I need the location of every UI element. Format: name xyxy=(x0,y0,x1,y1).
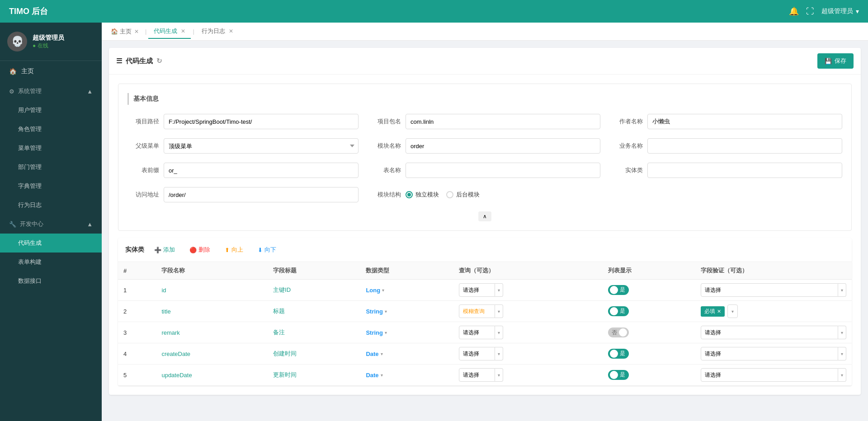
query-select-input-1[interactable]: 请选择 xyxy=(459,283,495,297)
sidebar-status: 在线 xyxy=(33,42,64,50)
type-dropdown-icon-2[interactable]: ▾ xyxy=(385,309,387,314)
tab-activity-log[interactable]: 行为日志 ✕ xyxy=(196,24,239,39)
section-basic-title: 基本信息 xyxy=(127,93,842,105)
save-button[interactable]: 💾 保存 xyxy=(817,53,854,69)
query-arrow-4[interactable]: ▾ xyxy=(495,347,503,360)
card-header: ☰ 代码生成 ↻ 💾 保存 xyxy=(109,48,861,75)
move-down-button[interactable]: ⬇ 向下 xyxy=(253,243,281,256)
sidebar-item-user-mgmt[interactable]: 用户管理 xyxy=(0,101,102,120)
menu-icon: ☰ xyxy=(116,57,122,65)
toggle-circle-5 xyxy=(610,371,618,379)
col-field-label: 字段标题 xyxy=(268,262,360,280)
sidebar-item-activity-log[interactable]: 行为日志 xyxy=(0,196,102,215)
validation-arrow-1[interactable]: ▾ xyxy=(838,283,846,297)
col-query: 查询（可选） xyxy=(453,262,603,280)
card-title: ☰ 代码生成 ↻ xyxy=(116,57,162,65)
tab-home[interactable]: 🏠 主页 ✕ xyxy=(106,25,143,38)
project-path-input[interactable] xyxy=(164,114,359,129)
validation-with-badge-2: 必填 ✕ ▾ xyxy=(701,304,846,318)
package-name-input[interactable] xyxy=(406,114,600,129)
query-arrow-2[interactable]: ▾ xyxy=(495,304,503,318)
toggle-circle-4 xyxy=(610,350,618,358)
sidebar-section-system[interactable]: ⚙ 系统管理 ▲ xyxy=(0,82,102,101)
entity-class-input[interactable] xyxy=(647,163,842,178)
tab-code-gen[interactable]: 代码生成 ✕ xyxy=(148,24,191,39)
validation-arrow-2[interactable]: ▾ xyxy=(727,304,738,318)
move-up-button[interactable]: ⬆ 向上 xyxy=(220,243,248,256)
type-dropdown-icon[interactable]: ▾ xyxy=(382,288,384,293)
row-field-label: 备注 xyxy=(268,322,360,343)
tab-code-gen-close[interactable]: ✕ xyxy=(181,28,185,34)
query-select-input-4[interactable]: 请选择 xyxy=(459,347,495,360)
module-name-label: 模块名称 xyxy=(369,142,401,150)
query-select-2: 模糊查询 ▾ xyxy=(459,304,597,318)
query-arrow-1[interactable]: ▾ xyxy=(495,283,503,297)
tab-activity-close[interactable]: ✕ xyxy=(229,28,233,34)
validation-input-4[interactable]: 请选择 xyxy=(701,347,838,360)
row-data-type: Date ▾ xyxy=(360,365,453,386)
home-tab-icon: 🏠 xyxy=(111,28,118,35)
table-prefix-input[interactable] xyxy=(164,163,359,178)
toggle-label-no-3: 否 xyxy=(612,329,617,337)
parent-menu-select[interactable]: 顶级菜单 xyxy=(164,138,359,154)
sidebar-user: 💀 超级管理员 在线 xyxy=(0,23,102,61)
validation-input-1[interactable]: 请选择 xyxy=(701,283,838,297)
query-select-input-3[interactable]: 请选择 xyxy=(459,326,495,339)
entity-table-header: 实体类 ➕ 添加 🔴 删除 ⬆ 向上 xyxy=(118,238,852,262)
query-select-input-2[interactable]: 模糊查询 xyxy=(459,304,495,318)
query-select-input-5[interactable]: 请选择 xyxy=(459,368,495,382)
toggle-yes-5[interactable]: 是 xyxy=(608,370,629,380)
radio-standalone[interactable]: 独立模块 xyxy=(406,191,439,199)
refresh-icon[interactable]: ↻ xyxy=(156,57,162,65)
author-input[interactable] xyxy=(647,114,842,129)
add-row-button[interactable]: ➕ 添加 xyxy=(150,243,179,256)
user-menu[interactable]: 超级管理员 ▾ xyxy=(821,7,859,15)
tab-activity-label: 行为日志 xyxy=(202,27,225,35)
collapse-button[interactable]: ∧ xyxy=(478,211,491,221)
toggle-yes-4[interactable]: 是 xyxy=(608,349,629,359)
toggle-label-1: 是 xyxy=(620,286,625,294)
table-name-input[interactable] xyxy=(406,163,600,178)
toggle-yes-2[interactable]: 是 xyxy=(608,306,629,316)
fullscreen-icon[interactable]: ⛶ xyxy=(806,7,814,16)
query-select-1: 请选择 ▾ xyxy=(459,283,597,297)
card-body: 基本信息 项目路径 项目包名 作者名称 xyxy=(109,75,861,395)
form-item-entity-class: 实体类 xyxy=(611,163,842,178)
badge-close[interactable]: ✕ xyxy=(717,309,721,314)
form-item-package-name: 项目包名 xyxy=(369,114,600,129)
query-arrow-3[interactable]: ▾ xyxy=(495,326,503,339)
validation-arrow-4[interactable]: ▾ xyxy=(838,347,846,360)
row-list-display: 是 xyxy=(603,280,695,301)
tab-home-close[interactable]: ✕ xyxy=(134,28,139,35)
sidebar-item-menu-mgmt[interactable]: 菜单管理 xyxy=(0,139,102,158)
top-nav: TIMO 后台 🔔 ⛶ 超级管理员 ▾ xyxy=(0,0,868,23)
validation-input-3[interactable]: 请选择 xyxy=(701,326,838,339)
sidebar-item-dict-mgmt[interactable]: 字典管理 xyxy=(0,177,102,196)
access-url-input[interactable] xyxy=(164,187,359,202)
bell-icon[interactable]: 🔔 xyxy=(789,6,799,16)
form-grid-row2: 父级菜单 顶级菜单 模块名称 业务名称 xyxy=(127,138,842,154)
validation-arrow-5[interactable]: ▾ xyxy=(838,368,846,382)
query-arrow-5[interactable]: ▾ xyxy=(495,368,503,382)
sidebar-item-role-mgmt[interactable]: 角色管理 xyxy=(0,120,102,139)
biz-name-input[interactable] xyxy=(647,138,842,154)
sidebar-item-form-builder[interactable]: 表单构建 xyxy=(0,253,102,271)
del-label: 删除 xyxy=(198,246,210,254)
validation-input-5[interactable]: 请选择 xyxy=(701,368,838,382)
module-name-input[interactable] xyxy=(406,138,600,154)
validation-arrow-3[interactable]: ▾ xyxy=(838,326,846,339)
type-dropdown-icon-3[interactable]: ▾ xyxy=(385,330,387,335)
type-dropdown-icon-4[interactable]: ▾ xyxy=(381,351,383,356)
sidebar-item-dept-mgmt[interactable]: 部门管理 xyxy=(0,158,102,177)
sidebar-section-dev[interactable]: 🔧 开发中心 ▲ xyxy=(0,215,102,234)
toggle-no-3[interactable]: 否 xyxy=(608,327,629,337)
delete-row-button[interactable]: 🔴 删除 xyxy=(185,243,215,256)
sidebar-item-home[interactable]: 🏠 主页 xyxy=(0,61,102,82)
form-grid-row3: 表前缀 表名称 实体类 xyxy=(127,163,842,178)
type-dropdown-icon-5[interactable]: ▾ xyxy=(381,373,383,378)
toggle-yes-1[interactable]: 是 xyxy=(608,285,629,295)
radio-backend[interactable]: 后台模块 xyxy=(446,191,480,199)
sidebar-item-code-gen[interactable]: 代码生成 xyxy=(0,234,102,253)
form-item-table-name: 表名称 xyxy=(369,163,600,178)
sidebar-item-data-api[interactable]: 数据接口 xyxy=(0,271,102,290)
